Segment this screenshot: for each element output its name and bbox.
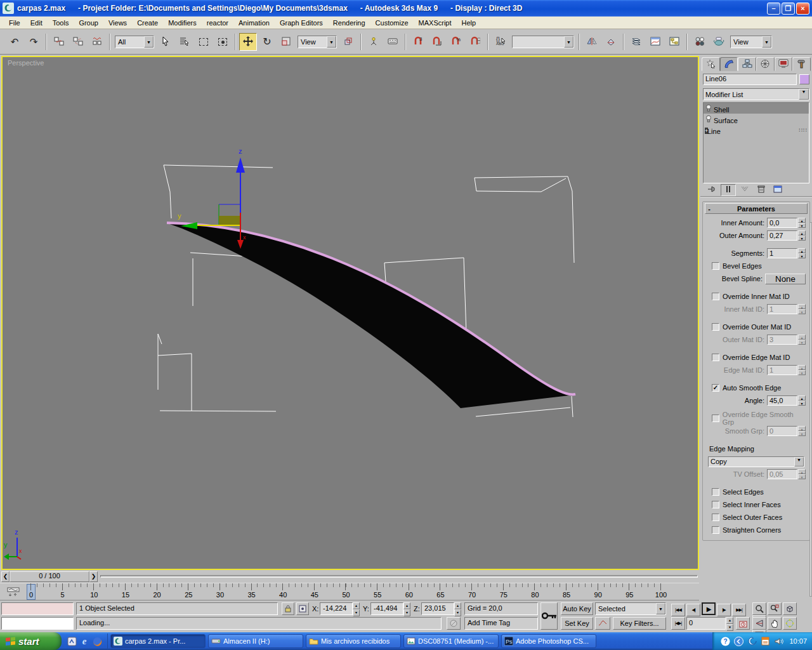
zoom-button[interactable] [752,602,766,615]
time-configuration-button[interactable] [736,617,750,630]
gizmo-xy-plane-handle[interactable] [219,216,240,225]
next-frame-button[interactable]: |▶ [717,604,731,616]
redo-button[interactable]: ↷ [25,33,43,51]
modifier-list-dropdown[interactable]: Modifier List ▼ [703,88,809,100]
select-and-manipulate-button[interactable] [365,33,383,51]
object-color-swatch[interactable] [799,74,809,84]
menu-tools[interactable]: Tools [48,18,74,28]
menu-reactor[interactable]: reactor [202,18,233,28]
add-time-tag[interactable]: Add Time Tag [464,617,538,630]
pin-stack-button[interactable] [704,184,719,196]
object-name-field[interactable]: Line06 [703,74,797,85]
viewport-canvas[interactable]: z y x z y x [3,57,698,569]
chevron-down-icon[interactable]: ▼ [564,36,573,48]
set-key-button[interactable]: Set Key [561,617,593,630]
show-end-result-button[interactable] [721,184,736,196]
outer-amount-field[interactable]: 0,27 [767,230,797,241]
reference-coordinate-dropdown[interactable]: View▼ [298,36,337,48]
keyboard-override-button[interactable] [384,33,402,51]
zoom-extents-button[interactable] [783,602,797,615]
schematic-view-button[interactable] [665,33,683,51]
zoom-all-button[interactable] [768,602,782,615]
menu-animation[interactable]: Animation [233,18,275,28]
chevron-down-icon[interactable]: ▼ [794,457,804,467]
angle-field[interactable]: 45,0 [767,395,797,406]
auto-smooth-edge-checkbox[interactable]: ✓ [712,384,719,392]
previous-frame-button[interactable]: ◀| [686,604,700,616]
menu-customize[interactable]: Customize [370,18,414,28]
menu-views[interactable]: Views [103,18,132,28]
viewport-label[interactable]: Perspective [8,59,44,67]
layer-manager-button[interactable] [627,33,645,51]
segments-field[interactable]: 1 [767,248,797,258]
start-button[interactable]: start [0,632,62,650]
messenger-icon[interactable] [747,636,757,647]
modifier-stack-row-surface[interactable]: Surface [704,114,809,124]
override-inner-mat-id-checkbox[interactable] [712,293,719,300]
communication-center-icon[interactable] [447,617,461,630]
maxscript-mini-listener-pink[interactable] [1,602,74,615]
chevron-down-icon[interactable]: ▼ [327,36,336,48]
menu-help[interactable]: Help [457,18,481,28]
render-type-dropdown[interactable]: View▼ [730,36,772,48]
x-coordinate-field[interactable]: -14,224 [320,602,353,615]
select-outer-faces-checkbox[interactable] [712,514,719,521]
align-button[interactable] [602,33,620,51]
named-selection-dropdown[interactable]: ▼ [512,36,574,48]
update-icon[interactable] [760,636,771,647]
time-slider-handle[interactable]: 0 / 100 [10,571,89,582]
menu-edit[interactable]: Edit [25,18,48,28]
modifier-stack-row-line[interactable]: +Line∷∷ [704,124,809,135]
task-photoshop[interactable]: PsAdobe Photoshop CS... [501,634,596,648]
perspective-viewport[interactable]: z y x z y x Perspective [1,56,699,570]
auto-key-button[interactable]: Auto Key [561,602,593,615]
material-editor-button[interactable] [691,33,709,51]
tv-offset-spinner[interactable]: ▴▾ [798,469,806,479]
angle-snap-button[interactable] [428,33,446,51]
mirror-button[interactable] [583,33,601,51]
inner-amount-spinner[interactable]: ▴▾ [798,218,806,228]
menu-group[interactable]: Group [74,18,103,28]
tab-motion[interactable] [756,57,775,71]
chevron-down-icon[interactable]: ▼ [762,36,771,48]
undo-button[interactable]: ↶ [6,33,23,51]
configure-modifier-sets-button[interactable] [770,184,785,196]
tab-hierarchy[interactable] [738,57,756,71]
tab-utilities[interactable] [792,57,811,71]
maximize-button[interactable]: ❐ [782,3,795,15]
minimize-button[interactable]: – [767,3,780,15]
inner-mat-id-spinner[interactable]: ▴▾ [798,304,806,314]
rect-selection-region-button[interactable] [195,33,213,51]
task-drive[interactable]: Almacen II (H:) [208,634,303,648]
frame-spinner[interactable]: ▴▾ [726,617,733,630]
menu-file[interactable]: File [4,18,25,28]
selection-filter-dropdown[interactable]: All▼ [115,36,154,48]
selection-lock-toggle[interactable] [282,602,294,615]
collapse-icon[interactable]: - [705,205,713,213]
select-and-link-button[interactable] [50,33,68,51]
render-setup-button[interactable] [710,33,728,51]
select-by-name-button[interactable] [176,33,193,51]
collapse-arrow-icon[interactable] [733,636,744,647]
tab-display[interactable] [775,57,793,71]
chevron-down-icon[interactable]: ▼ [656,603,665,614]
inner-amount-field[interactable]: 0,0 [767,218,797,228]
unlink-selection-button[interactable] [69,33,87,51]
y-spinner[interactable]: ▴▾ [403,602,410,615]
edit-named-selections-button[interactable]: {}ABC [492,33,509,51]
time-slider-track[interactable] [100,575,698,578]
help-icon[interactable]: ? [720,636,731,647]
task-folder[interactable]: Mis archivos recibidos [306,634,401,648]
previous-frame-arrow[interactable]: ❮ [1,571,10,582]
bevel-edges-checkbox[interactable] [712,262,719,270]
bevel-spline-button[interactable]: None [765,274,806,284]
field-of-view-button[interactable] [752,617,766,630]
absolute-offset-toggle[interactable] [296,602,309,615]
segments-spinner[interactable]: ▴▾ [798,248,806,258]
select-object-button[interactable] [157,33,174,51]
go-to-start-button[interactable]: |◀◀ [671,604,685,616]
menu-maxscript[interactable]: MAXScript [414,18,457,28]
outer-mat-id-spinner[interactable]: ▴▾ [798,335,806,345]
use-pivot-center-button[interactable] [339,33,357,51]
override-edge-mat-id-checkbox[interactable] [712,354,719,361]
